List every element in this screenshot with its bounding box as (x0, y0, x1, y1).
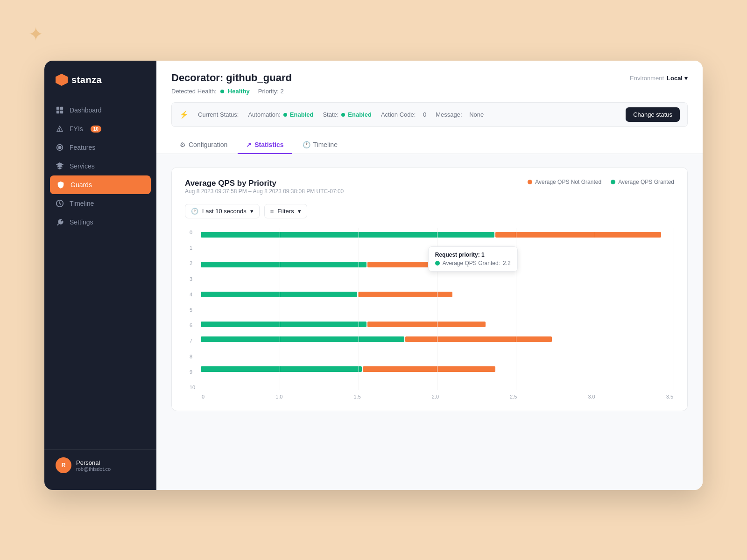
bar-group-2 (201, 262, 674, 267)
y-label-10: 10 (190, 385, 201, 390)
filter-icon: ≡ (270, 208, 274, 215)
x-axis: 0 1.0 1.5 2.0 2.5 3.0 3.5 (201, 394, 674, 399)
bar-row-9 (201, 362, 674, 376)
tab-statistics[interactable]: ↗ Statistics (238, 136, 292, 154)
bar-orange-9 (363, 366, 495, 372)
chart-legend: Average QPS Not Granted Average QPS Gran… (528, 179, 674, 185)
action-code-status: Action Code: 0 (381, 111, 426, 118)
bar-row-8 (201, 347, 674, 361)
x-label-2: 2.0 (432, 394, 439, 399)
alert-icon (56, 125, 64, 133)
sidebar-item-label-services: Services (70, 162, 95, 170)
dropdown-arrow-icon: ▾ (250, 208, 254, 215)
sidebar: stanza Dashboard FYIs 10 (44, 61, 156, 490)
svg-rect-1 (60, 107, 63, 110)
health-dot (220, 90, 224, 93)
sidebar-item-settings[interactable]: Settings (44, 213, 156, 231)
legend-not-granted: Average QPS Not Granted (528, 179, 601, 185)
footer-user-name: Personal (76, 459, 111, 466)
bar-row-10 (201, 377, 674, 391)
x-label-1-5: 1.5 (353, 394, 360, 399)
layers-icon (56, 162, 64, 170)
sidebar-footer: R Personal rob@thisdot.co (44, 449, 156, 481)
priority-label: Priority: 2 (258, 88, 284, 95)
features-icon (56, 143, 64, 152)
config-tab-icon: ⚙ (180, 141, 186, 148)
clock-small-icon: 🕐 (191, 208, 198, 215)
decoration-star-top-left: ✦ (28, 23, 44, 45)
main-header: Decorator: github_guard Environment Loca… (156, 61, 703, 154)
y-label-0: 0 (190, 230, 201, 235)
tab-configuration[interactable]: ⚙ Configuration (171, 136, 236, 154)
bar-green-2 (201, 262, 366, 267)
logo-mark (56, 74, 68, 86)
y-label-6: 6 (190, 322, 201, 328)
bar-orange-7 (405, 336, 552, 342)
sidebar-item-label-features: Features (70, 144, 95, 151)
health-value: Healthy (228, 88, 250, 95)
sidebar-item-dashboard[interactable]: Dashboard (44, 101, 156, 119)
bar-green-0 (201, 232, 494, 238)
bar-group-0 (201, 232, 674, 238)
detected-health-label: Detected Health: (171, 88, 217, 95)
grid-icon (56, 106, 64, 114)
svg-rect-0 (56, 107, 59, 110)
sidebar-item-guards[interactable]: Guards (50, 175, 151, 194)
legend-granted: Average QPS Granted (611, 179, 674, 185)
chart-header: Average QPS by Priority Aug 8 2023 09:37… (185, 179, 674, 202)
y-label-7: 7 (190, 338, 201, 343)
automation-value: Enabled (290, 111, 314, 118)
y-label-1: 1 (190, 245, 201, 251)
page-title: Decorator: github_guard (171, 72, 292, 84)
time-selector[interactable]: 🕐 Last 10 seconds ▾ (185, 204, 260, 218)
filter-button[interactable]: ≡ Filters ▾ (264, 204, 307, 218)
shield-icon (56, 181, 65, 189)
status-bar: ⚡ Current Status: Automation: Enabled St… (171, 102, 688, 127)
sidebar-item-label-fyis: FYIs (70, 125, 83, 133)
sidebar-item-services[interactable]: Services (44, 157, 156, 175)
bar-row-4 (201, 287, 674, 301)
bar-green-9 (201, 366, 362, 372)
sidebar-item-timeline[interactable]: Timeline (44, 194, 156, 213)
clock-icon (56, 199, 64, 208)
stats-tab-icon: ↗ (246, 141, 252, 148)
chart-controls: 🕐 Last 10 seconds ▾ ≡ Filters ▾ (185, 204, 674, 218)
bar-row-7 (201, 332, 674, 346)
env-label: Environment (630, 75, 664, 82)
tab-timeline[interactable]: 🕐 Timeline (294, 136, 346, 154)
chart-subtitle: Aug 8 2023 09:37:58 PM – Aug 8 2023 09:3… (185, 188, 344, 195)
automation-dot (283, 113, 287, 117)
bars-container: Request priority: 1 Average QPS Granted:… (201, 228, 674, 399)
y-label-9: 9 (190, 369, 201, 375)
wrench-icon (56, 218, 64, 226)
automation-status: Automation: Enabled (248, 111, 313, 118)
main-content: Decorator: github_guard Environment Loca… (156, 61, 703, 490)
legend-dot-orange (528, 180, 532, 184)
footer-user-email: rob@thisdot.co (76, 466, 111, 472)
change-status-button[interactable]: Change status (626, 107, 680, 122)
sidebar-item-label-guards: Guards (70, 181, 92, 189)
footer-user-info: Personal rob@thisdot.co (76, 459, 111, 472)
sidebar-item-features[interactable]: Features (44, 138, 156, 157)
bar-green-4 (201, 292, 357, 297)
bar-group-9 (201, 366, 674, 372)
state-value: Enabled (348, 111, 372, 118)
sidebar-item-fyis[interactable]: FYIs 10 (44, 119, 156, 138)
bar-row-6 (201, 317, 674, 331)
bar-green-7 (201, 336, 404, 342)
bar-group-4 (201, 292, 674, 297)
x-label-2-5: 2.5 (510, 394, 517, 399)
environment-selector[interactable]: Environment Local ▾ (630, 75, 688, 82)
sidebar-logo: stanza (44, 74, 156, 101)
chevron-down-icon: ▾ (684, 75, 688, 82)
lightning-icon: ⚡ (179, 110, 189, 119)
state-status: State: Enabled (323, 111, 372, 118)
svg-rect-3 (60, 111, 63, 113)
app-window: stanza Dashboard FYIs 10 (44, 61, 703, 490)
bar-orange-4 (358, 292, 453, 297)
svg-rect-2 (56, 111, 59, 113)
bar-row-0 (201, 228, 674, 242)
env-value[interactable]: Local ▾ (667, 75, 688, 82)
chart-section: Average QPS by Priority Aug 8 2023 09:37… (156, 154, 703, 490)
status-label: Current Status: (198, 111, 239, 118)
